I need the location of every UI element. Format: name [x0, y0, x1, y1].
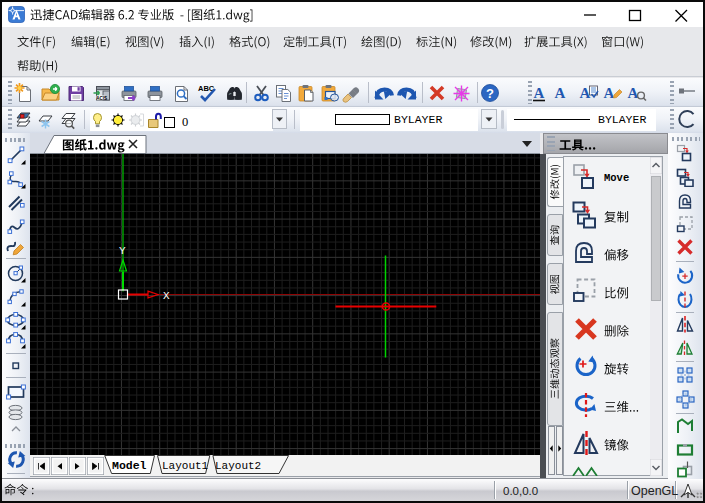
svg-text:?: ?: [486, 85, 494, 100]
svg-text:A: A: [604, 84, 615, 100]
svg-text:ACIS: ACIS: [96, 95, 107, 100]
svg-text:Y: Y: [119, 245, 126, 257]
svg-text:X: X: [163, 290, 170, 302]
svg-text:A: A: [534, 84, 545, 100]
svg-text:A: A: [555, 84, 566, 100]
svg-text:A: A: [580, 84, 591, 100]
svg-text:A: A: [628, 84, 639, 100]
